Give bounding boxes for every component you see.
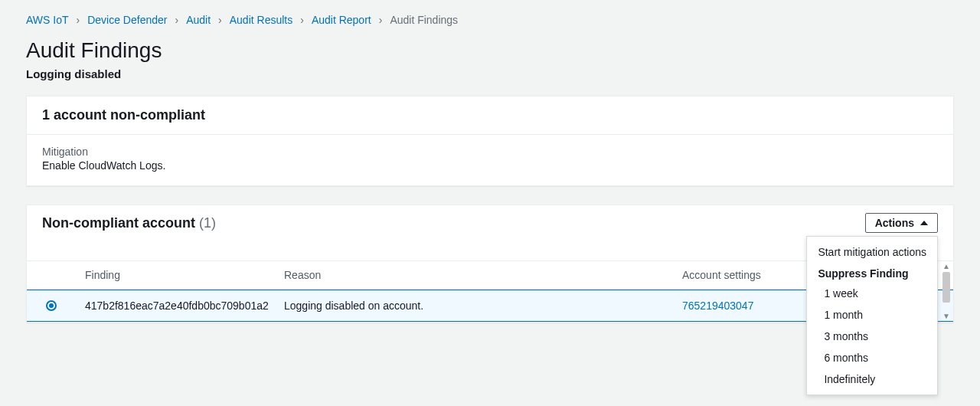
cell-finding: 417b2f816eac7a2e40fdb0bc709b01a2 [76,300,275,312]
caret-up-icon [920,221,928,225]
page-title: Audit Findings [26,38,954,63]
breadcrumb-aws-iot[interactable]: AWS IoT [26,14,69,26]
chevron-right-icon: › [77,14,80,26]
table-title-count: (1) [199,215,216,231]
table-title-text: Non-compliant account [42,215,195,231]
col-reason: Reason [275,269,673,281]
compliance-panel: 1 account non-compliant Mitigation Enabl… [26,96,954,186]
radio-dot-icon [49,303,54,308]
mitigation-label: Mitigation [42,146,938,158]
scroll-thumb[interactable] [942,272,950,303]
cell-reason: Logging disabled on account. [275,300,673,312]
row-radio[interactable] [46,300,57,311]
breadcrumb-audit[interactable]: Audit [186,14,211,26]
scroll-up-icon[interactable]: ▲ [942,263,950,270]
page-subtitle: Logging disabled [26,67,954,80]
chevron-right-icon: › [379,14,383,26]
actions-button-label: Actions [875,217,914,229]
breadcrumb-device-defender[interactable]: Device Defender [87,14,167,26]
dropdown-suppress-group: Suppress Finding [807,263,937,283]
chevron-right-icon: › [175,14,178,26]
dropdown-suppress-1-week[interactable]: 1 week [807,283,937,304]
breadcrumb: AWS IoT › Device Defender › Audit › Audi… [26,14,954,26]
actions-button[interactable]: Actions [865,213,938,233]
dropdown-suppress-indefinitely[interactable]: Indefinitely [807,368,937,390]
dropdown-suppress-1-month[interactable]: 1 month [807,304,937,326]
dropdown-suppress-6-months[interactable]: 6 months [807,347,937,368]
dropdown-start-mitigation[interactable]: Start mitigation actions [807,241,937,263]
vertical-scrollbar[interactable]: ▲ ▼ [941,261,952,322]
breadcrumb-audit-results[interactable]: Audit Results [230,14,292,26]
col-finding: Finding [76,269,275,281]
noncompliant-account-panel: Non-compliant account (1) Actions Start … [26,205,954,323]
chevron-right-icon: › [218,14,222,26]
compliance-panel-header: 1 account non-compliant [27,97,953,135]
mitigation-text: Enable CloudWatch Logs. [42,159,938,172]
cell-account-link[interactable]: 765219403047 [682,300,753,312]
dropdown-suppress-3-months[interactable]: 3 months [807,326,937,347]
table-title: Non-compliant account (1) [42,215,216,231]
breadcrumb-current: Audit Findings [390,14,458,26]
actions-dropdown: Start mitigation actions Suppress Findin… [806,236,938,395]
chevron-right-icon: › [300,14,304,26]
breadcrumb-audit-report[interactable]: Audit Report [312,14,371,26]
scroll-down-icon[interactable]: ▼ [942,313,950,320]
